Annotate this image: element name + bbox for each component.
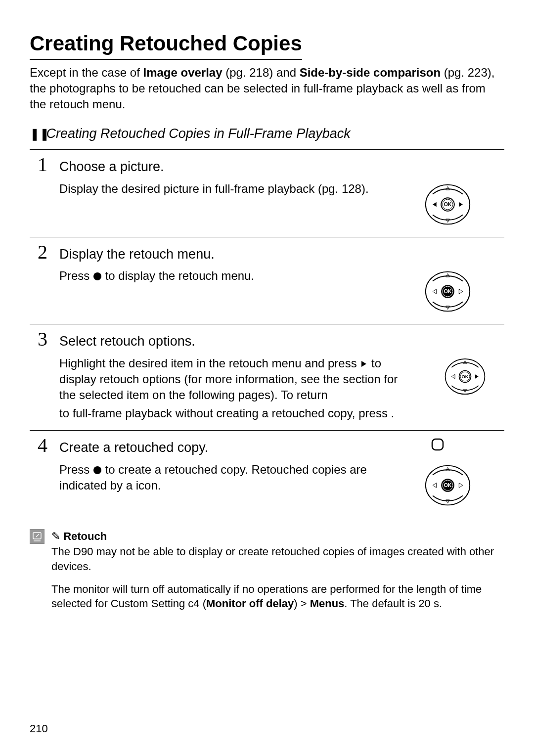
svg-marker-25 — [475, 374, 478, 379]
note-para2-post: . The default is 20 s. — [344, 597, 442, 610]
note-title: ✎ Retouch — [51, 529, 504, 544]
svg-marker-32 — [445, 467, 449, 471]
svg-marker-14 — [445, 306, 449, 310]
intro-bold-1: Image overlay — [143, 66, 222, 79]
svg-marker-4 — [445, 186, 449, 190]
svg-point-27 — [93, 466, 101, 474]
svg-marker-23 — [463, 389, 467, 392]
intro-bold-2: Side-by-side comparison — [300, 66, 441, 79]
step-4-text: Press to create a retouched copy. Retouc… — [59, 462, 381, 494]
note-para-2: The monitor will turn off automatically … — [51, 582, 504, 611]
svg-marker-5 — [445, 219, 449, 222]
svg-text:OK: OK — [444, 289, 451, 294]
note-para2-b1: Monitor off delay — [206, 597, 294, 610]
svg-marker-35 — [459, 483, 463, 488]
page-title: Creating Retouched Copies — [30, 30, 302, 60]
step-2-number: 2 — [30, 242, 49, 262]
step-3-title: Select retouch options. — [59, 332, 195, 350]
step-4: 4 Create a retouched copy. Press to crea… — [30, 430, 504, 517]
step-3-text-continued: to full-frame playback without creating … — [30, 405, 504, 421]
svg-marker-24 — [451, 374, 455, 379]
svg-marker-13 — [445, 274, 449, 277]
svg-marker-33 — [445, 500, 449, 503]
svg-marker-7 — [459, 202, 463, 207]
multiselector-icon: OK — [391, 181, 504, 228]
step-2: 2 Display the retouch menu. Press to dis… — [30, 237, 504, 324]
step-3: 3 Select retouch options. Highlight the … — [30, 324, 504, 431]
step-1: 1 Choose a picture. Display the desired … — [30, 149, 504, 237]
intro-mid1: (pg. 218) and — [222, 66, 300, 79]
multiselector-icon: OK — [425, 356, 504, 398]
step-4-number: 4 — [30, 436, 49, 455]
step-2-text-pre: Press — [59, 269, 93, 282]
step-2-title: Display the retouch menu. — [59, 245, 215, 263]
block-bars-icon: ❚❚ — [30, 126, 43, 142]
step-3-number: 3 — [30, 329, 49, 349]
multiselector-icon: OK — [391, 268, 504, 315]
svg-marker-22 — [463, 360, 467, 363]
rounded-square-icon — [430, 437, 445, 452]
svg-marker-17 — [361, 361, 366, 367]
multiselector-icon: OK — [391, 462, 504, 509]
page-number: 210 — [30, 721, 48, 736]
svg-rect-26 — [432, 439, 443, 450]
step-2-text-post: to display the retouch menu. — [102, 269, 254, 282]
section-subheading: ❚❚ Creating Retouched Copies in Full-Fra… — [30, 125, 504, 142]
pencil-icon: ✎ — [51, 530, 60, 542]
step-3-text: Highlight the desired item in the retouc… — [59, 356, 415, 403]
ok-button-inline-icon — [93, 272, 102, 281]
ok-button-inline-icon — [93, 466, 102, 475]
note-para2-mid: ) > — [294, 597, 310, 610]
step-1-number: 1 — [30, 155, 49, 175]
svg-marker-34 — [433, 483, 437, 488]
retouch-tab-icon — [30, 529, 44, 544]
svg-text:OK: OK — [461, 374, 468, 379]
intro-paragraph: Except in the case of Image overlay (pg.… — [30, 65, 504, 113]
step-3-text-pre: Highlight the desired item in the retouc… — [59, 356, 360, 370]
svg-marker-16 — [459, 289, 463, 294]
svg-point-8 — [93, 272, 101, 280]
note-para2-b2: Menus — [310, 597, 345, 610]
note-box: ✎ Retouch The D90 may not be able to dis… — [30, 529, 504, 611]
svg-marker-15 — [433, 289, 437, 294]
step-4-text-post: to create a retouched copy. Retouched co… — [59, 463, 367, 492]
note-title-text: Retouch — [63, 530, 107, 542]
right-arrow-inline-icon — [360, 360, 368, 368]
step-2-text: Press to display the retouch menu. — [59, 268, 381, 284]
svg-text:OK: OK — [444, 483, 451, 488]
step-1-text: Display the desired picture in full-fram… — [59, 181, 381, 197]
step-4-title: Create a retouched copy. — [59, 439, 208, 456]
step-1-title: Choose a picture. — [59, 158, 164, 176]
svg-marker-6 — [433, 202, 437, 207]
note-para-1: The D90 may not be able to display or cr… — [51, 544, 504, 574]
section-subheading-text: Creating Retouched Copies in Full-Frame … — [46, 126, 351, 141]
svg-text:OK: OK — [444, 202, 451, 207]
intro-pre: Except in the case of — [30, 66, 143, 79]
step-4-text-pre: Press — [59, 463, 93, 476]
